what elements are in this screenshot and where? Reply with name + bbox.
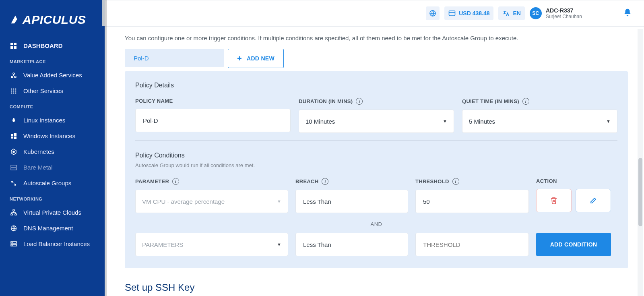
conditions-subtext: Autoscale Group would run if all conditi… [135,162,617,168]
threshold-input-1[interactable] [415,190,529,213]
col-breach-label: BREACH i [295,178,408,185]
breach-input-2[interactable] [295,233,408,256]
parameter-placeholder: PARAMETERS [142,241,183,248]
user-menu[interactable]: SC ADC-R337 Surjeet Chauhan [530,7,582,19]
nav-kubernetes[interactable]: Kubernetes [0,144,105,159]
nav-label: Load Balancer Instances [23,240,90,247]
nav-linux-instances[interactable]: Linux Instances [0,112,105,128]
balance-text: USD 438.48 [459,10,489,17]
threshold-field[interactable] [422,241,522,248]
duration-value: 10 Minutes [305,118,335,125]
svg-point-21 [13,151,14,153]
nav-value-added-services[interactable]: Value Added Services [0,67,105,83]
policy-name-field[interactable] [142,117,284,124]
sidebar-scroll-thumb[interactable] [102,0,105,26]
brand-logo[interactable]: APICULUS [0,6,105,38]
nav-label: Kubernetes [23,148,54,155]
svg-rect-16 [11,134,13,136]
kubernetes-icon [10,149,18,155]
nav-section-marketplace: MARKETPLACE [0,54,105,67]
svg-point-8 [13,88,14,89]
svg-point-13 [11,92,12,93]
windows-icon [10,133,18,139]
nav-label: Windows Instances [23,132,75,139]
col-action-label: ACTION [536,178,611,184]
nav-section-compute: COMPUTE [0,99,105,112]
page-scrollbar[interactable] [638,29,643,296]
brand-mark-icon [10,14,21,25]
chevron-down-icon: ▼ [277,199,281,204]
primary-nav: DASHBOARD MARKETPLACE Value Added Servic… [0,38,105,252]
language-pill[interactable]: EN [498,6,524,20]
notifications-button[interactable] [623,8,632,19]
nav-bare-metal[interactable]: Bare Metal [0,159,105,175]
info-icon[interactable]: i [452,178,459,185]
nav-label: Value Added Services [23,72,82,79]
add-new-button[interactable]: + ADD NEW [228,49,284,68]
avatar-initials: SC [533,10,539,16]
panel-title-details: Policy Details [135,82,617,89]
col-threshold-label: THRESHOLD i [415,178,529,185]
svg-point-11 [13,90,14,91]
nav-dashboard[interactable]: DASHBOARD [0,38,105,54]
svg-point-30 [12,242,12,243]
svg-point-12 [15,90,17,91]
threshold-field[interactable] [422,198,522,205]
scrollbar-thumb[interactable] [638,158,642,226]
quiet-time-select[interactable]: 5 Minutes ▼ [462,110,617,133]
server-icon [10,165,18,170]
info-icon[interactable]: i [322,178,328,185]
nav-label: Bare Metal [23,164,53,171]
svg-point-9 [15,88,17,89]
svg-rect-33 [449,11,455,16]
svg-rect-18 [11,137,13,139]
nav-vpc[interactable]: Virtual Private Clouds [0,205,105,220]
nav-load-balancer[interactable]: Load Balancer Instances [0,236,105,252]
brand-name: APICULUS [23,13,86,27]
parameter-select-2[interactable]: PARAMETERS ▼ [135,233,288,256]
chevron-down-icon: ▼ [606,119,611,124]
quiet-time-value: 5 Minutes [469,118,495,125]
info-icon[interactable]: i [522,98,529,105]
label-text: ACTION [536,178,557,184]
policy-name-input[interactable] [135,109,291,132]
nav-label: Other Services [23,87,63,94]
nav-label: Virtual Private Clouds [23,209,81,216]
globe-button[interactable] [426,6,440,20]
info-icon[interactable]: i [172,178,179,185]
panel-title-conditions: Policy Conditions [135,152,617,159]
add-condition-button[interactable]: ADD CONDITION [536,233,611,256]
svg-rect-19 [14,137,17,139]
breach-input-1[interactable] [295,190,408,213]
info-icon[interactable]: i [356,98,363,105]
and-separator: AND [135,221,617,227]
nav-section-networking: NETWORKING [0,191,105,205]
bell-icon [623,8,632,17]
parameter-value: VM CPU - average percentage [142,198,225,205]
svg-point-15 [15,92,17,93]
policy-tab-label: Pol-D [134,55,149,62]
balance-pill[interactable]: USD 438.48 [444,6,493,20]
nav-other-services[interactable]: Other Services [0,83,105,99]
globe-icon [10,225,18,232]
parameter-select-1[interactable]: VM CPU - average percentage ▼ [135,190,288,213]
chevron-down-icon: ▼ [277,242,281,247]
autoscale-icon [10,180,18,186]
edit-condition-button[interactable] [576,189,611,212]
svg-rect-2 [10,46,13,49]
svg-rect-17 [14,133,17,136]
delete-condition-button[interactable] [536,189,572,212]
svg-point-31 [12,245,12,246]
svg-rect-1 [14,43,17,45]
policy-tab[interactable]: Pol-D [125,49,224,67]
threshold-input-2[interactable] [415,233,529,256]
nav-windows-instances[interactable]: Windows Instances [0,128,105,144]
sidebar: APICULUS DASHBOARD MARKETPLACE Value Add… [0,0,105,296]
duration-select[interactable]: 10 Minutes ▼ [299,110,454,133]
topbar: USD 438.48 EN SC ADC-R337 Surjeet Chauha… [105,0,644,27]
chevron-down-icon: ▼ [443,119,447,124]
nav-autoscale-groups[interactable]: Autoscale Groups [0,175,105,191]
breach-field[interactable] [302,241,401,248]
nav-dns[interactable]: DNS Management [0,220,105,236]
breach-field[interactable] [302,198,401,205]
